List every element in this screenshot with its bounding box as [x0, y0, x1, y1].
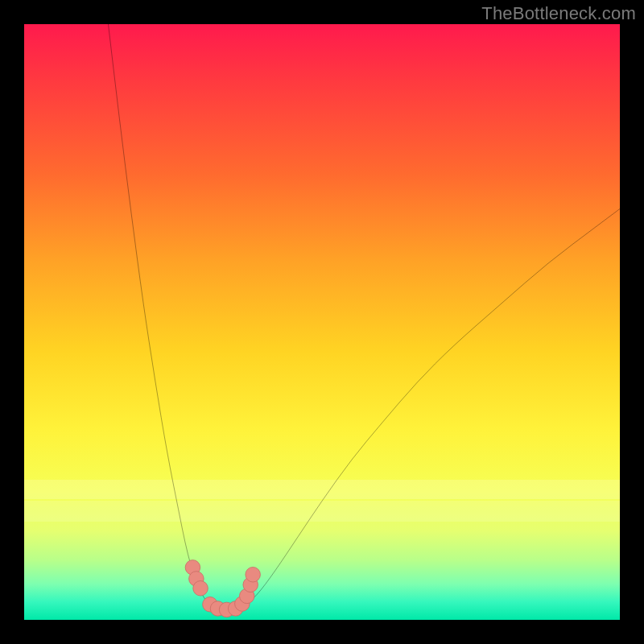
bottleneck-curve — [108, 24, 620, 613]
plot-area — [24, 24, 620, 620]
outer-frame: TheBottleneck.com — [0, 0, 644, 644]
highlight-dot — [193, 581, 208, 597]
highlight-dot — [246, 568, 261, 583]
watermark-text: TheBottleneck.com — [481, 3, 636, 24]
chart-svg — [24, 24, 620, 620]
